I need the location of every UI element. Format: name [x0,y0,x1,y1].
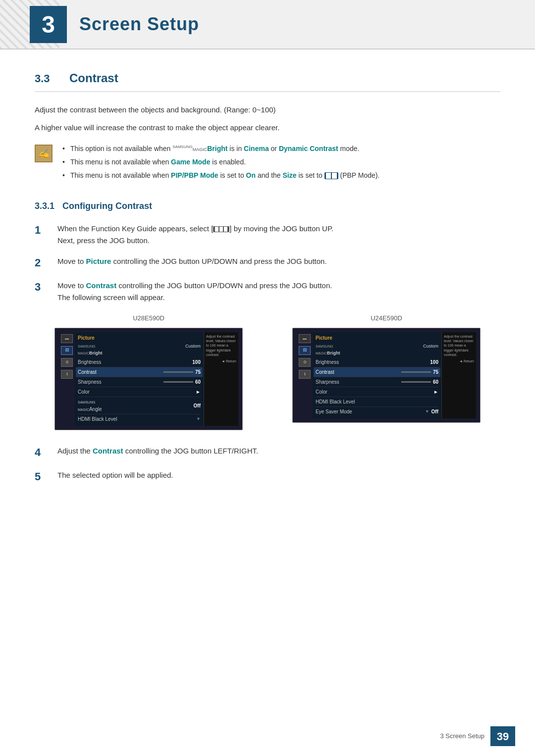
note-block: ✍ This option is not available when SAMS… [35,144,500,184]
menu-color-u24: Color ► [316,387,438,397]
mock-desc-text-u28: Adjust the contrast level. Values closer… [206,334,236,356]
step-5-text: The selected option will be applied. [57,469,173,481]
mock-return-u24: ◄ Return [444,359,474,364]
mock-return-u28: ◄ Return [206,359,236,364]
menu-brightness-u28: Brightness 100 [78,357,201,367]
steps-list: 1 When the Function Key Guide appears, s… [35,223,500,303]
step-1: 1 When the Function Key Guide appears, s… [35,223,500,247]
sidebar-icon-2: 🖼 [61,346,73,355]
step-1-icon [213,226,229,232]
pbp-icon [324,172,338,179]
mock-sidebar-u28: ▬ 🖼 ⚙ ℹ [59,332,75,426]
step-4: 4 Adjust the Contrast controlling the JO… [35,445,500,460]
screen-u28e590d: U28E590D ▬ 🖼 ⚙ ℹ Picture SAMSUNGMAGICBri… [35,313,263,431]
note-item-2: This menu is not available when Game Mod… [60,157,379,167]
note-list: This option is not available when SAMSUN… [60,144,379,184]
sidebar-icon-1: ▬ [61,334,73,343]
menu-contrast-u24: Contrast 75 [314,367,440,377]
step-2: 2 Move to Picture controlling the JOG bu… [35,255,500,271]
menu-sharpness-u28: Sharpness 60 [78,377,201,387]
screen-u24-mockup: ▬ 🖼 ⚙ ℹ Picture SAMSUNGMAGICBright Custo… [292,328,481,423]
description-2: A higher value will increase the contras… [35,122,500,134]
main-content: 3.3 Contrast Adjust the contrast between… [0,50,535,523]
subsection-heading: 3.3.1 Configuring Contrast [35,200,500,213]
step-4-text: Adjust the Contrast controlling the JOG … [57,445,258,457]
mock-desc-text-u24: Adjust the contrast level. Values closer… [444,334,474,356]
menu-angle-u28: SAMSUNGMAGICAngle Off [78,397,201,414]
sidebar-icon-u24-4: ℹ [299,370,311,379]
sidebar-icon-4: ℹ [61,370,73,379]
mock-desc-u28: Adjust the contrast level. Values closer… [204,332,238,426]
sidebar-icon-u24-2: 🖼 [299,346,311,355]
chapter-title: Screen Setup [79,11,199,38]
chapter-number: 3 [30,6,67,43]
mock-menu-u28: Picture SAMSUNGMAGICBright Custom Bright… [75,332,204,426]
mock-menu-u24: Picture SAMSUNGMAGICBright Custom Bright… [313,332,441,418]
screen-u28-label: U28E590D [133,313,164,323]
menu-contrast-u28: Contrast 75 [76,367,203,377]
step-3-text: Move to Contrast controlling the JOG but… [57,280,332,303]
note-item-1: This option is not available when SAMSUN… [60,144,379,154]
step-1-text: When the Function Key Guide appears, sel… [57,223,333,247]
step-1-number: 1 [35,223,53,238]
menu-sharpness-u24: Sharpness 60 [316,377,438,387]
sidebar-icon-3: ⚙ [61,358,73,367]
footer-text: 3 Screen Setup [440,731,484,741]
menu-header-u28: Picture [78,334,201,342]
note-icon: ✍ [35,145,53,162]
description-1: Adjust the contrast between the objects … [35,104,500,116]
menu-brightness-u24: Brightness 100 [316,357,438,367]
sidebar-icon-u24-3: ⚙ [299,358,311,367]
sidebar-icon-u24-1: ▬ [299,334,311,343]
step-2-text: Move to Picture controlling the JOG butt… [57,255,327,267]
step-3-number: 3 [35,280,53,295]
step-5: 5 The selected option will be applied. [35,469,500,485]
menu-hdmi-u24: HDMI Black Level [316,397,438,407]
screen-u24e590d: U24E590D ▬ 🖼 ⚙ ℹ Picture SAMSUNGMAGICBri… [272,313,500,431]
step-4-number: 4 [35,445,53,460]
screen-u24-label: U24E590D [371,313,402,323]
section-title: Contrast [69,69,118,87]
section-heading: 3.3 Contrast [35,69,500,92]
step-3: 3 Move to Contrast controlling the JOG b… [35,280,500,303]
screens-container: U28E590D ▬ 🖼 ⚙ ℹ Picture SAMSUNGMAGICBri… [35,313,500,431]
menu-eyesaver-u24: Eye Saver Mode ▼ Off [316,407,438,416]
mock-sidebar-u24: ▬ 🖼 ⚙ ℹ [297,332,313,418]
section-number: 3.3 [35,70,59,87]
chapter-header: 3 Screen Setup [0,0,535,50]
menu-color-u28: Color ► [78,387,201,397]
brand-row-u28: SAMSUNGMAGICBright Custom [78,343,201,356]
menu-hdmi-u28: HDMI Black Level ▼ [78,414,201,424]
screen-u28-mockup: ▬ 🖼 ⚙ ℹ Picture SAMSUNGMAGICBright Custo… [54,328,243,430]
menu-header-u24: Picture [316,334,438,342]
subsection-number: 3.3.1 [35,200,54,213]
step-2-number: 2 [35,255,53,271]
page-number: 39 [490,726,515,746]
mock-desc-u24: Adjust the contrast level. Values closer… [441,332,476,418]
note-item-3: This menu is not available when PIP/PBP … [60,170,379,181]
page-footer: 3 Screen Setup 39 [440,726,515,746]
step-5-number: 5 [35,469,53,485]
subsection-title: Configuring Contrast [62,200,152,213]
steps-after-list: 4 Adjust the Contrast controlling the JO… [35,445,500,485]
brand-row-u24: SAMSUNGMAGICBright Custom [316,343,438,356]
